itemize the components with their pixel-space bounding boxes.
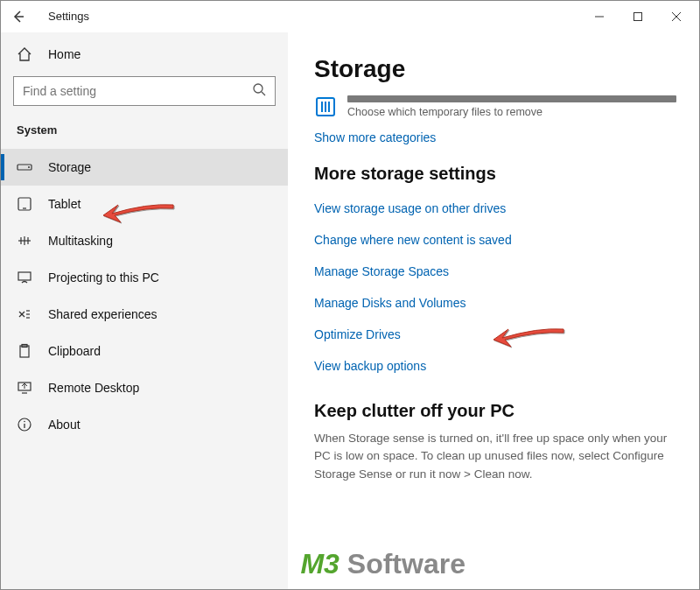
maximize-button[interactable] [619,4,657,30]
sidebar-item-shared-experiences[interactable]: Shared experiences [1,296,288,333]
projecting-icon [17,270,32,285]
search-icon [252,82,266,100]
link-change-content-location[interactable]: Change where new content is saved [314,233,676,247]
sidebar-item-about[interactable]: About [1,406,288,443]
sidebar: Home System Storage Tablet Multita [1,32,288,589]
clipboard-icon [17,343,32,359]
sidebar-item-label: Shared experiences [48,307,158,321]
app-title: Settings [48,10,89,23]
svg-point-5 [254,84,262,93]
tablet-icon [17,196,32,212]
show-more-categories-link[interactable]: Show more categories [314,130,676,144]
link-view-storage-usage[interactable]: View storage usage on other drives [314,201,676,215]
sidebar-item-label: Projecting to this PC [48,270,159,284]
search-field[interactable] [23,84,252,98]
sidebar-item-label: Clipboard [48,344,101,358]
temp-files-icon [314,95,337,118]
svg-rect-15 [18,272,31,280]
sidebar-item-remote-desktop[interactable]: Remote Desktop [1,369,288,406]
sidebar-item-clipboard[interactable]: Clipboard [1,333,288,369]
sidebar-item-multitasking[interactable]: Multitasking [1,222,288,259]
sidebar-item-label: About [48,418,80,432]
close-button[interactable] [657,4,696,30]
sidebar-item-label: Tablet [48,197,80,211]
home-icon [17,46,32,62]
temp-files-subtitle: Choose which temporary files to remove [347,106,676,118]
sidebar-item-projecting[interactable]: Projecting to this PC [1,259,288,296]
keep-clutter-body: When Storage sense is turned on, it'll f… [314,430,676,483]
link-manage-storage-spaces[interactable]: Manage Storage Spaces [314,264,676,278]
keep-clutter-header: Keep clutter off your PC [314,401,676,421]
watermark-brand: M3 [300,548,339,579]
svg-point-26 [24,421,25,423]
link-manage-disks-volumes[interactable]: Manage Disks and Volumes [314,296,676,310]
watermark-rest: Software [340,548,466,579]
shared-experiences-icon [17,306,32,322]
remote-desktop-icon [17,380,32,396]
sidebar-section: System [1,118,288,149]
multitasking-icon [17,233,32,249]
more-settings-links: View storage usage on other drives Chang… [314,201,676,373]
sidebar-item-home[interactable]: Home [1,38,288,73]
storage-icon [17,159,32,175]
watermark: M3 Software [300,548,465,580]
search-input[interactable] [13,76,276,106]
svg-line-6 [262,92,265,95]
temp-files-bar-area: Choose which temporary files to remove [347,95,676,118]
container: Home System Storage Tablet Multita [1,32,699,589]
sidebar-item-label: Remote Desktop [48,381,139,395]
link-optimize-drives[interactable]: Optimize Drives [314,327,676,341]
svg-rect-2 [634,13,642,21]
link-view-backup-options[interactable]: View backup options [314,359,676,373]
minimize-button[interactable] [580,4,619,30]
temp-files-row[interactable]: Choose which temporary files to remove [314,95,676,118]
page-title: Storage [314,55,676,83]
about-icon [17,417,32,432]
sidebar-item-tablet[interactable]: Tablet [1,186,288,222]
titlebar: Settings [1,1,699,32]
more-storage-settings-header: More storage settings [314,164,676,184]
sidebar-item-label: Multitasking [48,234,113,248]
main-content: Storage Choose which temporary files to … [288,32,699,589]
storage-usage-bar [347,95,676,102]
sidebar-item-storage[interactable]: Storage [1,149,288,186]
svg-point-8 [28,166,30,168]
back-icon[interactable] [11,10,25,27]
home-label: Home [48,47,80,61]
sidebar-item-label: Storage [48,160,91,174]
